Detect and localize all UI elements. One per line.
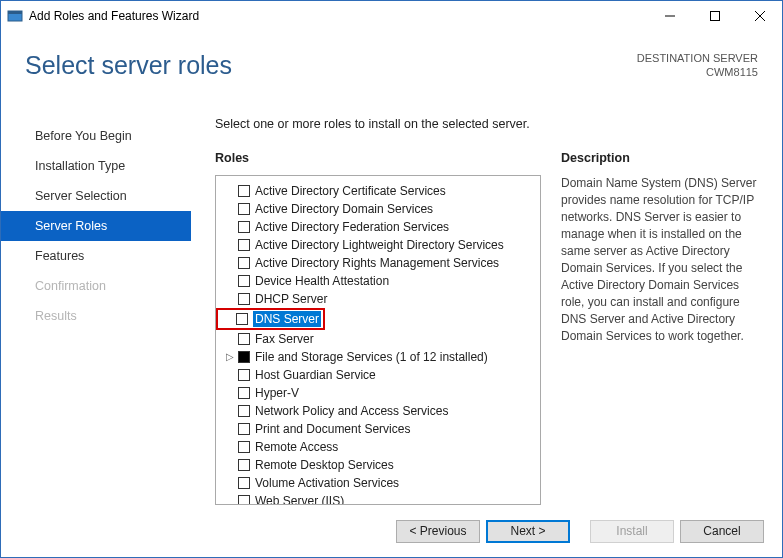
role-checkbox[interactable] <box>238 203 250 215</box>
role-checkbox[interactable] <box>238 185 250 197</box>
role-label: Active Directory Domain Services <box>255 201 433 217</box>
role-row[interactable]: Active Directory Domain Services <box>218 200 538 218</box>
role-row[interactable]: Hyper-V <box>218 384 538 402</box>
role-row[interactable]: Active Directory Federation Services <box>218 218 538 236</box>
page-title: Select server roles <box>25 51 637 80</box>
role-row[interactable]: Host Guardian Service <box>218 366 538 384</box>
role-checkbox[interactable] <box>238 405 250 417</box>
close-button[interactable] <box>737 1 782 31</box>
role-row[interactable]: Active Directory Rights Management Servi… <box>218 254 538 272</box>
window-controls <box>647 1 782 31</box>
role-label: DHCP Server <box>255 291 327 307</box>
minimize-button[interactable] <box>647 1 692 31</box>
roles-column: Roles Active Directory Certificate Servi… <box>215 151 541 505</box>
titlebar: Add Roles and Features Wizard <box>1 1 782 31</box>
role-row[interactable]: DNS Server <box>218 308 538 330</box>
role-label: Remote Access <box>255 439 338 455</box>
description-text: Domain Name System (DNS) Server provides… <box>561 175 758 345</box>
role-checkbox[interactable] <box>238 333 250 345</box>
role-label: Active Directory Rights Management Servi… <box>255 255 499 271</box>
step-results: Results <box>1 301 191 331</box>
role-checkbox[interactable] <box>238 423 250 435</box>
footer: < Previous Next > Install Cancel <box>1 505 782 557</box>
role-label: Print and Document Services <box>255 421 410 437</box>
role-label: Active Directory Lightweight Directory S… <box>255 237 504 253</box>
main-panel: Select one or more roles to install on t… <box>191 117 758 505</box>
role-checkbox[interactable] <box>238 351 250 363</box>
destination-label: DESTINATION SERVER <box>637 51 758 65</box>
window-title: Add Roles and Features Wizard <box>29 9 647 23</box>
role-row[interactable]: Network Policy and Access Services <box>218 402 538 420</box>
step-installation-type[interactable]: Installation Type <box>1 151 191 181</box>
description-title: Description <box>561 151 758 165</box>
destination-server: CWM8115 <box>637 65 758 79</box>
highlight-box: DNS Server <box>216 308 325 330</box>
destination-info: DESTINATION SERVER CWM8115 <box>637 51 758 79</box>
step-features[interactable]: Features <box>1 241 191 271</box>
app-icon <box>7 8 23 24</box>
role-checkbox[interactable] <box>238 221 250 233</box>
description-column: Description Domain Name System (DNS) Ser… <box>541 151 758 505</box>
role-row[interactable]: Remote Access <box>218 438 538 456</box>
content: Before You Begin Installation Type Serve… <box>1 105 782 505</box>
svg-rect-3 <box>710 12 719 21</box>
role-label: Volume Activation Services <box>255 475 399 491</box>
role-checkbox[interactable] <box>238 369 250 381</box>
next-button[interactable]: Next > <box>486 520 570 543</box>
role-checkbox[interactable] <box>238 459 250 471</box>
instruction-text: Select one or more roles to install on t… <box>215 117 758 131</box>
step-before-you-begin[interactable]: Before You Begin <box>1 121 191 151</box>
svg-rect-1 <box>8 11 22 14</box>
role-label: Active Directory Federation Services <box>255 219 449 235</box>
expand-icon[interactable]: ▷ <box>224 349 236 365</box>
role-checkbox[interactable] <box>238 275 250 287</box>
cancel-button[interactable]: Cancel <box>680 520 764 543</box>
role-row[interactable]: Fax Server <box>218 330 538 348</box>
roles-list[interactable]: Active Directory Certificate ServicesAct… <box>215 175 541 505</box>
role-row[interactable]: ▷File and Storage Services (1 of 12 inst… <box>218 348 538 366</box>
maximize-button[interactable] <box>692 1 737 31</box>
role-row[interactable]: Web Server (IIS) <box>218 492 538 505</box>
role-row[interactable]: DHCP Server <box>218 290 538 308</box>
columns: Roles Active Directory Certificate Servi… <box>215 151 758 505</box>
role-checkbox[interactable] <box>236 313 248 325</box>
role-checkbox[interactable] <box>238 441 250 453</box>
install-button: Install <box>590 520 674 543</box>
role-label: Remote Desktop Services <box>255 457 394 473</box>
role-label: Web Server (IIS) <box>255 493 344 505</box>
step-server-selection[interactable]: Server Selection <box>1 181 191 211</box>
steps-sidebar: Before You Begin Installation Type Serve… <box>1 117 191 505</box>
role-row[interactable]: Print and Document Services <box>218 420 538 438</box>
role-checkbox[interactable] <box>238 293 250 305</box>
role-label: File and Storage Services (1 of 12 insta… <box>255 349 488 365</box>
previous-button[interactable]: < Previous <box>396 520 480 543</box>
role-label: Network Policy and Access Services <box>255 403 448 419</box>
header: Select server roles DESTINATION SERVER C… <box>1 31 782 105</box>
role-label: Hyper-V <box>255 385 299 401</box>
role-checkbox[interactable] <box>238 477 250 489</box>
role-checkbox[interactable] <box>238 495 250 505</box>
role-label: Fax Server <box>255 331 314 347</box>
role-checkbox[interactable] <box>238 257 250 269</box>
roles-title: Roles <box>215 151 541 165</box>
role-row[interactable]: Device Health Attestation <box>218 272 538 290</box>
role-checkbox[interactable] <box>238 239 250 251</box>
role-row[interactable]: Remote Desktop Services <box>218 456 538 474</box>
role-checkbox[interactable] <box>238 387 250 399</box>
step-confirmation: Confirmation <box>1 271 191 301</box>
wizard-window: Add Roles and Features Wizard Select ser… <box>0 0 783 558</box>
role-row[interactable]: Volume Activation Services <box>218 474 538 492</box>
role-label: Device Health Attestation <box>255 273 389 289</box>
role-row[interactable]: Active Directory Lightweight Directory S… <box>218 236 538 254</box>
role-label: Active Directory Certificate Services <box>255 183 446 199</box>
step-server-roles[interactable]: Server Roles <box>1 211 191 241</box>
role-label: Host Guardian Service <box>255 367 376 383</box>
role-label: DNS Server <box>253 311 321 327</box>
role-row[interactable]: Active Directory Certificate Services <box>218 182 538 200</box>
